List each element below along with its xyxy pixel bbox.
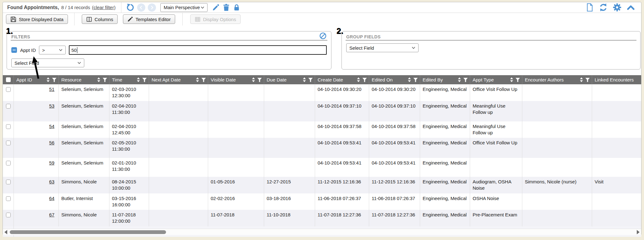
filters-panel: FILTERS Appt ID > 50 Select Field <box>7 31 331 70</box>
cell-edited_by: Engineering, Medical <box>420 121 470 138</box>
appt-id-link[interactable]: 64 <box>49 196 54 201</box>
select-field-value: Select Field <box>14 60 39 66</box>
cell-edited_on: 11-06-2018 07:26:37 <box>369 193 420 210</box>
add-filter-field-select[interactable]: Select Field <box>11 59 84 67</box>
row-checkbox[interactable] <box>6 196 11 201</box>
sort-icon[interactable] <box>47 77 50 82</box>
cell-id: 54 <box>14 121 59 138</box>
cell-linked_encounters <box>592 158 641 177</box>
column-header-visible-date[interactable]: Visible Date <box>208 75 264 84</box>
filter-funnel-icon[interactable] <box>103 78 107 82</box>
header-controls <box>137 77 147 82</box>
appt-id-link[interactable]: 51 <box>49 87 54 92</box>
next-icon[interactable] <box>148 3 156 12</box>
cell-next_apt_date <box>149 177 208 193</box>
cell-linked_encounters <box>592 84 641 101</box>
filter-value-input[interactable]: 50 <box>69 45 327 55</box>
column-header-create-date[interactable]: Create Date <box>315 75 369 84</box>
scrollbar-thumb[interactable] <box>10 230 166 234</box>
row-checkbox[interactable] <box>6 213 11 217</box>
filter-enabled-checkbox[interactable] <box>11 47 17 53</box>
row-checkbox[interactable] <box>6 141 11 145</box>
column-header-time[interactable]: Time <box>109 75 149 84</box>
filter-funnel-icon[interactable] <box>515 78 520 82</box>
cell-linked_encounters <box>592 101 641 121</box>
column-header-resource[interactable]: Resource <box>59 75 109 84</box>
refresh-icon[interactable] <box>599 3 608 12</box>
filter-funnel-icon[interactable] <box>413 78 418 82</box>
undo-icon[interactable] <box>126 3 135 12</box>
cell-time: 02-05-2010 11:30:00 <box>109 138 149 158</box>
sort-icon[interactable] <box>357 77 360 82</box>
appt-id-link[interactable]: 67 <box>49 212 54 217</box>
store-displayed-data-button[interactable]: Store Displayed Data <box>6 14 68 24</box>
clear-filters-icon[interactable] <box>319 32 327 40</box>
sort-icon[interactable] <box>252 77 255 82</box>
scroll-left-arrow-icon[interactable] <box>4 230 7 234</box>
filter-funnel-icon[interactable] <box>463 78 468 82</box>
columns-button[interactable]: Columns <box>82 14 118 24</box>
appt-id-link[interactable]: 54 <box>49 124 54 129</box>
perspective-select[interactable]: Main Perspective <box>160 3 208 12</box>
cell-edited_by: Engineering, Medical <box>420 101 470 121</box>
column-header-appt-type[interactable]: Appt Type <box>470 75 522 84</box>
filter-funnel-icon[interactable] <box>257 78 262 82</box>
sort-icon[interactable] <box>408 77 411 82</box>
delete-perspective-icon[interactable] <box>223 4 230 11</box>
column-header-due-date[interactable]: Due Date <box>264 75 315 84</box>
filter-funnel-icon[interactable] <box>362 78 367 82</box>
sort-icon[interactable] <box>510 77 513 82</box>
cell-resource: Selenium, Selenium <box>59 121 109 138</box>
filter-operator-select[interactable]: > <box>39 46 66 54</box>
lock-icon[interactable] <box>233 4 240 11</box>
filter-funnel-icon[interactable] <box>585 78 590 82</box>
record-count: 8 / 14 records <box>61 5 90 10</box>
appt-id-link[interactable]: 59 <box>49 160 54 165</box>
collapse-icon[interactable] <box>627 4 635 11</box>
clear-filter-link[interactable]: (clear filter) <box>92 5 115 10</box>
cell-next_apt_date <box>149 138 208 158</box>
sort-icon[interactable] <box>196 77 199 82</box>
cell-time: 02-01-2010 11:30:00 <box>109 158 149 177</box>
column-header-next-apt-date[interactable]: Next Apt Date <box>149 75 208 84</box>
row-checkbox[interactable] <box>6 124 11 129</box>
header-controls <box>408 77 418 82</box>
display-options-button[interactable]: Display Options <box>190 14 241 24</box>
heading-underline <box>11 40 327 41</box>
sort-icon[interactable] <box>137 77 140 82</box>
filter-funnel-icon[interactable] <box>52 78 57 82</box>
cell-next_apt_date <box>149 121 208 138</box>
column-header-appt-id[interactable]: Appt ID <box>14 75 59 84</box>
filter-funnel-icon[interactable] <box>201 78 206 82</box>
cell-encounter_authors <box>522 158 592 177</box>
column-header-edited-on[interactable]: Edited On <box>369 75 420 84</box>
group-field-select[interactable]: Select Field <box>346 43 419 52</box>
row-checkbox[interactable] <box>6 180 11 184</box>
appt-id-link[interactable]: 56 <box>49 140 54 145</box>
filter-value-text: 50 <box>71 47 77 53</box>
appt-id-link[interactable]: 53 <box>49 103 54 109</box>
column-header-encounter-authors[interactable]: Encounter Authors <box>522 75 592 84</box>
sort-icon[interactable] <box>580 77 583 82</box>
row-checkbox[interactable] <box>6 87 11 92</box>
select-all-checkbox[interactable] <box>6 77 11 82</box>
horizontal-scrollbar[interactable] <box>3 229 641 235</box>
sort-icon[interactable] <box>303 77 306 82</box>
cell-encounter_authors <box>522 210 592 226</box>
cell-id: 67 <box>14 210 59 226</box>
row-checkbox[interactable] <box>6 161 11 165</box>
new-document-icon[interactable] <box>586 3 594 12</box>
row-checkbox[interactable] <box>6 104 11 109</box>
scroll-right-arrow-icon[interactable] <box>637 230 640 234</box>
sort-icon[interactable] <box>97 77 100 82</box>
column-header-edited-by[interactable]: Edited By <box>420 75 470 84</box>
pencil-icon <box>127 16 133 22</box>
prev-icon[interactable] <box>137 3 145 12</box>
sort-icon[interactable] <box>458 77 461 82</box>
appt-id-link[interactable]: 63 <box>49 179 54 184</box>
settings-icon[interactable] <box>613 3 621 12</box>
filter-funnel-icon[interactable] <box>308 78 313 82</box>
templates-editor-button[interactable]: Templates Editor <box>123 14 175 24</box>
edit-perspective-icon[interactable] <box>212 4 219 11</box>
filter-funnel-icon[interactable] <box>142 78 147 82</box>
